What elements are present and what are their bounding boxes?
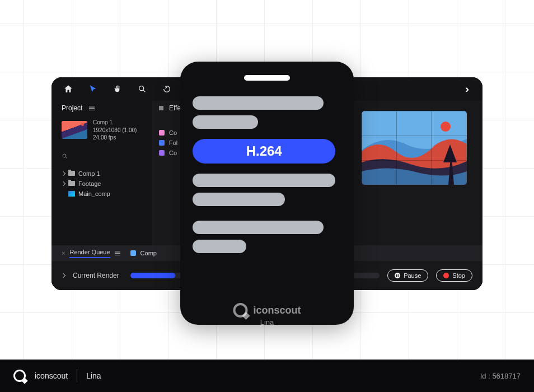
tree-item-label: Comp 1 bbox=[78, 170, 100, 177]
composition-meta: Comp 1 1920x1080 (1,00) 24,00 fps bbox=[93, 119, 137, 142]
composition-name: Comp 1 bbox=[93, 119, 137, 127]
render-queue-tab[interactable]: × Render Queue bbox=[62, 249, 120, 258]
codec-selected-label: H.264 bbox=[246, 143, 282, 159]
project-search[interactable] bbox=[62, 150, 144, 163]
layer-item-label: Co bbox=[169, 129, 177, 136]
option-placeholder[interactable] bbox=[193, 174, 335, 187]
layer-item-label: Co bbox=[169, 150, 177, 156]
option-placeholder[interactable] bbox=[193, 221, 324, 234]
render-progress-fill bbox=[130, 273, 175, 278]
expand-panel-button[interactable]: ›› bbox=[460, 83, 471, 95]
current-render-label: Current Render bbox=[73, 272, 119, 279]
illustration-stage: ›› Project Comp 1 1920x1080 (1,00) 24,00… bbox=[51, 71, 483, 306]
caret-icon[interactable] bbox=[61, 273, 65, 278]
preview-thumbnail[interactable] bbox=[362, 111, 467, 185]
svg-point-0 bbox=[139, 86, 144, 91]
tree-item-label: Main_comp bbox=[78, 190, 110, 197]
codec-selection-card: H.264 bbox=[180, 62, 354, 325]
card-handle[interactable] bbox=[244, 75, 290, 81]
image-icon bbox=[68, 191, 75, 197]
project-tree: Comp 1 Footage Main_comp bbox=[62, 169, 144, 199]
panel-menu-icon[interactable] bbox=[115, 251, 120, 256]
panel-menu-icon[interactable] bbox=[89, 106, 95, 111]
render-comp-label: Comp bbox=[140, 250, 157, 256]
stop-button-label: Stop bbox=[452, 272, 465, 279]
footer-brand: iconscout bbox=[35, 371, 68, 380]
option-placeholder[interactable] bbox=[193, 115, 258, 129]
render-queue-label: Render Queue bbox=[69, 249, 110, 258]
pause-icon bbox=[395, 273, 400, 278]
folder-icon bbox=[68, 181, 75, 186]
pause-button-label: Pause bbox=[404, 272, 421, 279]
tree-item-main-comp[interactable]: Main_comp bbox=[62, 189, 144, 199]
color-swatch-icon bbox=[159, 130, 165, 136]
pause-button[interactable]: Pause bbox=[387, 269, 428, 282]
folder-icon bbox=[68, 171, 75, 176]
svg-rect-2 bbox=[362, 111, 467, 185]
render-comp-chip[interactable]: Comp bbox=[130, 250, 157, 256]
codec-selected[interactable]: H.264 bbox=[193, 139, 335, 164]
rotate-icon[interactable] bbox=[161, 83, 172, 95]
effects-panel-title: Effe bbox=[169, 104, 181, 112]
watermark-author: Lina bbox=[260, 318, 274, 326]
composition-summary: Comp 1 1920x1080 (1,00) 24,00 fps bbox=[62, 119, 144, 142]
color-swatch-icon bbox=[159, 150, 165, 156]
svg-point-3 bbox=[441, 122, 451, 132]
footer-author: Lina bbox=[86, 371, 101, 380]
footer-id: Id : 5618717 bbox=[480, 372, 521, 380]
project-panel-header: Project bbox=[62, 104, 144, 112]
stop-square-icon bbox=[159, 106, 163, 110]
option-placeholder[interactable] bbox=[193, 96, 324, 110]
composition-resolution: 1920x1080 (1,00) bbox=[93, 127, 137, 134]
layer-item-label: Fol bbox=[169, 139, 177, 146]
page-footer: iconscout Lina Id : 5618717 bbox=[0, 360, 534, 392]
home-icon[interactable] bbox=[63, 83, 74, 95]
option-placeholder[interactable] bbox=[193, 193, 285, 206]
svg-point-1 bbox=[63, 154, 66, 157]
option-placeholder[interactable] bbox=[193, 240, 246, 253]
color-swatch-icon bbox=[159, 140, 165, 146]
project-panel-title: Project bbox=[62, 104, 82, 112]
record-icon bbox=[443, 273, 449, 278]
tree-item-label: Footage bbox=[78, 180, 101, 187]
color-swatch-icon bbox=[130, 250, 136, 256]
divider bbox=[77, 369, 77, 382]
caret-icon bbox=[61, 171, 65, 175]
tree-item-footage[interactable]: Footage bbox=[62, 179, 144, 189]
caret-icon bbox=[61, 181, 65, 185]
search-icon[interactable] bbox=[137, 83, 148, 95]
composition-thumbnail[interactable] bbox=[62, 121, 87, 139]
cursor-icon[interactable] bbox=[87, 83, 99, 95]
stop-button[interactable]: Stop bbox=[436, 269, 472, 282]
tree-item-comp1[interactable]: Comp 1 bbox=[62, 169, 144, 179]
brand-logo-icon bbox=[13, 370, 26, 382]
hand-icon[interactable] bbox=[112, 83, 123, 95]
composition-fps: 24,00 fps bbox=[93, 134, 137, 142]
